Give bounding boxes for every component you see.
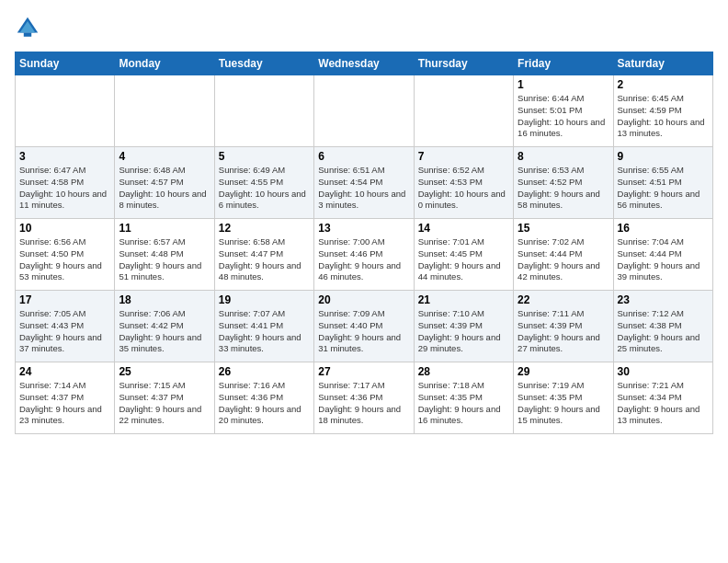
calendar-cell: 29Sunrise: 7:19 AM Sunset: 4:35 PM Dayli… — [514, 362, 613, 434]
day-number: 28 — [418, 365, 509, 378]
day-info: Sunrise: 7:17 AM Sunset: 4:36 PM Dayligh… — [318, 380, 409, 427]
calendar-cell: 16Sunrise: 7:04 AM Sunset: 4:44 PM Dayli… — [613, 219, 712, 291]
day-info: Sunrise: 6:53 AM Sunset: 4:52 PM Dayligh… — [518, 165, 609, 212]
day-number: 13 — [318, 222, 409, 235]
day-info: Sunrise: 6:51 AM Sunset: 4:54 PM Dayligh… — [318, 165, 409, 212]
calendar-cell: 10Sunrise: 6:56 AM Sunset: 4:50 PM Dayli… — [16, 219, 115, 291]
calendar-cell: 17Sunrise: 7:05 AM Sunset: 4:43 PM Dayli… — [16, 291, 115, 362]
calendar-week-5: 24Sunrise: 7:14 AM Sunset: 4:37 PM Dayli… — [16, 362, 713, 434]
day-number: 20 — [318, 293, 409, 306]
calendar-cell: 14Sunrise: 7:01 AM Sunset: 4:45 PM Dayli… — [414, 219, 513, 291]
page-container: SundayMondayTuesdayWednesdayThursdayFrid… — [0, 0, 728, 442]
day-info: Sunrise: 6:57 AM Sunset: 4:48 PM Dayligh… — [119, 236, 210, 283]
logo — [15, 15, 44, 40]
calendar-week-3: 10Sunrise: 6:56 AM Sunset: 4:50 PM Dayli… — [16, 219, 713, 291]
day-info: Sunrise: 7:18 AM Sunset: 4:35 PM Dayligh… — [418, 380, 509, 427]
day-info: Sunrise: 6:47 AM Sunset: 4:58 PM Dayligh… — [19, 165, 110, 212]
weekday-header-thursday: Thursday — [414, 52, 513, 75]
day-number: 24 — [19, 365, 110, 378]
svg-rect-2 — [24, 33, 31, 37]
calendar-cell: 11Sunrise: 6:57 AM Sunset: 4:48 PM Dayli… — [115, 219, 214, 291]
day-info: Sunrise: 7:07 AM Sunset: 4:41 PM Dayligh… — [219, 308, 310, 355]
day-number: 14 — [418, 222, 509, 235]
day-info: Sunrise: 6:44 AM Sunset: 5:01 PM Dayligh… — [518, 93, 609, 140]
calendar-cell: 12Sunrise: 6:58 AM Sunset: 4:47 PM Dayli… — [214, 219, 313, 291]
calendar-body: 1Sunrise: 6:44 AM Sunset: 5:01 PM Daylig… — [16, 75, 713, 434]
calendar-cell: 8Sunrise: 6:53 AM Sunset: 4:52 PM Daylig… — [514, 147, 613, 219]
day-number: 21 — [418, 293, 509, 306]
day-info: Sunrise: 7:00 AM Sunset: 4:46 PM Dayligh… — [318, 236, 409, 283]
day-info: Sunrise: 7:04 AM Sunset: 4:44 PM Dayligh… — [618, 236, 709, 283]
day-number: 25 — [119, 365, 210, 378]
day-number: 26 — [219, 365, 310, 378]
day-number: 22 — [518, 293, 609, 306]
logo-icon — [15, 15, 40, 40]
day-info: Sunrise: 6:56 AM Sunset: 4:50 PM Dayligh… — [19, 236, 110, 283]
calendar-cell: 24Sunrise: 7:14 AM Sunset: 4:37 PM Dayli… — [16, 362, 115, 434]
calendar-cell: 6Sunrise: 6:51 AM Sunset: 4:54 PM Daylig… — [314, 147, 414, 219]
day-info: Sunrise: 6:52 AM Sunset: 4:53 PM Dayligh… — [418, 165, 509, 212]
day-info: Sunrise: 6:48 AM Sunset: 4:57 PM Dayligh… — [119, 165, 210, 212]
day-info: Sunrise: 7:05 AM Sunset: 4:43 PM Dayligh… — [19, 308, 110, 355]
day-info: Sunrise: 7:09 AM Sunset: 4:40 PM Dayligh… — [318, 308, 409, 355]
day-number: 3 — [19, 150, 110, 163]
day-number: 19 — [219, 293, 310, 306]
day-number: 9 — [618, 150, 709, 163]
calendar-cell: 15Sunrise: 7:02 AM Sunset: 4:44 PM Dayli… — [514, 219, 613, 291]
calendar-table: SundayMondayTuesdayWednesdayThursdayFrid… — [15, 52, 713, 434]
calendar-cell: 9Sunrise: 6:55 AM Sunset: 4:51 PM Daylig… — [613, 147, 712, 219]
calendar-week-4: 17Sunrise: 7:05 AM Sunset: 4:43 PM Dayli… — [16, 291, 713, 362]
day-info: Sunrise: 7:14 AM Sunset: 4:37 PM Dayligh… — [19, 380, 110, 427]
calendar-cell: 20Sunrise: 7:09 AM Sunset: 4:40 PM Dayli… — [314, 291, 414, 362]
day-number: 16 — [618, 222, 709, 235]
calendar-cell: 25Sunrise: 7:15 AM Sunset: 4:37 PM Dayli… — [115, 362, 214, 434]
day-number: 7 — [418, 150, 509, 163]
day-number: 11 — [119, 222, 210, 235]
calendar-cell — [115, 75, 214, 147]
weekday-header-monday: Monday — [115, 52, 214, 75]
calendar-week-1: 1Sunrise: 6:44 AM Sunset: 5:01 PM Daylig… — [16, 75, 713, 147]
calendar-cell: 4Sunrise: 6:48 AM Sunset: 4:57 PM Daylig… — [115, 147, 214, 219]
calendar-cell: 21Sunrise: 7:10 AM Sunset: 4:39 PM Dayli… — [414, 291, 513, 362]
day-info: Sunrise: 7:12 AM Sunset: 4:38 PM Dayligh… — [618, 308, 709, 355]
weekday-header-friday: Friday — [514, 52, 613, 75]
day-info: Sunrise: 7:06 AM Sunset: 4:42 PM Dayligh… — [119, 308, 210, 355]
calendar-cell: 23Sunrise: 7:12 AM Sunset: 4:38 PM Dayli… — [613, 291, 712, 362]
calendar-cell: 13Sunrise: 7:00 AM Sunset: 4:46 PM Dayli… — [314, 219, 414, 291]
calendar-cell — [314, 75, 414, 147]
day-number: 17 — [19, 293, 110, 306]
day-info: Sunrise: 6:49 AM Sunset: 4:55 PM Dayligh… — [219, 165, 310, 212]
weekday-header-tuesday: Tuesday — [214, 52, 313, 75]
calendar-header: SundayMondayTuesdayWednesdayThursdayFrid… — [16, 52, 713, 75]
calendar-cell: 27Sunrise: 7:17 AM Sunset: 4:36 PM Dayli… — [314, 362, 414, 434]
calendar-cell: 1Sunrise: 6:44 AM Sunset: 5:01 PM Daylig… — [514, 75, 613, 147]
day-number: 8 — [518, 150, 609, 163]
calendar-cell: 30Sunrise: 7:21 AM Sunset: 4:34 PM Dayli… — [613, 362, 712, 434]
day-number: 5 — [219, 150, 310, 163]
day-info: Sunrise: 7:19 AM Sunset: 4:35 PM Dayligh… — [518, 380, 609, 427]
day-info: Sunrise: 6:58 AM Sunset: 4:47 PM Dayligh… — [219, 236, 310, 283]
day-number: 12 — [219, 222, 310, 235]
weekday-header-saturday: Saturday — [613, 52, 712, 75]
day-number: 30 — [618, 365, 709, 378]
day-info: Sunrise: 6:45 AM Sunset: 4:59 PM Dayligh… — [618, 93, 709, 140]
calendar-cell: 5Sunrise: 6:49 AM Sunset: 4:55 PM Daylig… — [214, 147, 313, 219]
day-info: Sunrise: 7:11 AM Sunset: 4:39 PM Dayligh… — [518, 308, 609, 355]
calendar-cell — [214, 75, 313, 147]
day-info: Sunrise: 7:01 AM Sunset: 4:45 PM Dayligh… — [418, 236, 509, 283]
weekday-row: SundayMondayTuesdayWednesdayThursdayFrid… — [16, 52, 713, 75]
day-number: 6 — [318, 150, 409, 163]
day-number: 18 — [119, 293, 210, 306]
day-info: Sunrise: 7:10 AM Sunset: 4:39 PM Dayligh… — [418, 308, 509, 355]
calendar-cell: 2Sunrise: 6:45 AM Sunset: 4:59 PM Daylig… — [613, 75, 712, 147]
day-info: Sunrise: 7:21 AM Sunset: 4:34 PM Dayligh… — [618, 380, 709, 427]
calendar-week-2: 3Sunrise: 6:47 AM Sunset: 4:58 PM Daylig… — [16, 147, 713, 219]
day-number: 27 — [318, 365, 409, 378]
calendar-cell: 22Sunrise: 7:11 AM Sunset: 4:39 PM Dayli… — [514, 291, 613, 362]
weekday-header-sunday: Sunday — [16, 52, 115, 75]
weekday-header-wednesday: Wednesday — [314, 52, 414, 75]
day-info: Sunrise: 7:02 AM Sunset: 4:44 PM Dayligh… — [518, 236, 609, 283]
day-number: 23 — [618, 293, 709, 306]
day-number: 29 — [518, 365, 609, 378]
day-number: 1 — [518, 78, 609, 91]
